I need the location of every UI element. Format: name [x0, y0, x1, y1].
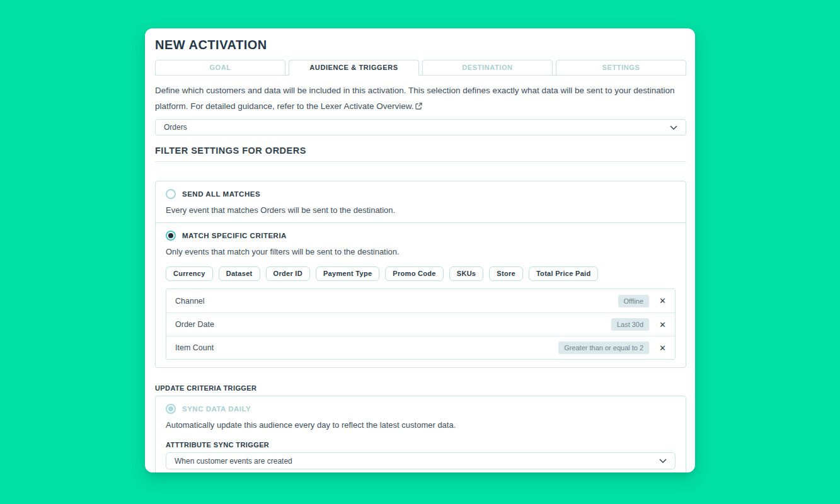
send-all-matches-description: Every event that matches Orders will be …: [166, 205, 676, 215]
send-all-matches-radio-row: SEND ALL MATCHES: [166, 189, 676, 199]
dataset-select[interactable]: Orders: [155, 119, 686, 135]
update-criteria-trigger-box: SYNC DATA DAILY Automatically update thi…: [155, 396, 686, 472]
filter-row-name: Order Date: [175, 320, 611, 329]
page-background: NEW ACTIVATION GOAL AUDIENCE & TRIGGERS …: [0, 0, 840, 504]
available-filter-chips: Currency Dataset Order ID Payment Type P…: [166, 266, 676, 281]
filter-chip-payment-type[interactable]: Payment Type: [316, 266, 379, 281]
filter-chip-total-price-paid[interactable]: Total Price Paid: [529, 266, 599, 281]
activate-overview-link[interactable]: Lexer Activate Overview.: [321, 101, 414, 111]
filter-value-badge: Greater than or equal to 2: [558, 341, 649, 354]
remove-filter-button[interactable]: ✕: [659, 297, 666, 305]
tab-destination[interactable]: DESTINATION: [422, 60, 553, 76]
match-specific-criteria-radio-row: MATCH SPECIFIC CRITERIA: [166, 231, 676, 241]
new-activation-card: NEW ACTIVATION GOAL AUDIENCE & TRIGGERS …: [145, 28, 695, 472]
attribute-sync-trigger-select[interactable]: When customer events are created: [166, 452, 676, 469]
tab-settings[interactable]: SETTINGS: [556, 60, 686, 76]
match-specific-criteria-label: MATCH SPECIFIC CRITERIA: [182, 232, 287, 239]
filter-mode-box: SEND ALL MATCHES Every event that matche…: [155, 181, 686, 368]
chevron-down-icon: [659, 459, 667, 463]
sync-data-daily-radio-row: SYNC DATA DAILY: [166, 404, 676, 414]
filter-chip-store[interactable]: Store: [489, 266, 523, 281]
sync-data-daily-label: SYNC DATA DAILY: [182, 405, 251, 413]
send-all-matches-label: SEND ALL MATCHES: [182, 190, 260, 198]
match-specific-criteria-radio[interactable]: [166, 231, 176, 241]
filter-value-badge: Offline: [618, 295, 650, 307]
filter-settings-heading: FILTER SETTINGS FOR ORDERS: [155, 146, 686, 156]
filter-chip-order-id[interactable]: Order ID: [266, 266, 310, 281]
page-title: NEW ACTIVATION: [155, 38, 686, 52]
tab-audience-triggers[interactable]: AUDIENCE & TRIGGERS: [289, 60, 419, 76]
remove-filter-button[interactable]: ✕: [659, 321, 666, 329]
filter-chip-currency[interactable]: Currency: [166, 266, 213, 281]
dataset-select-value: Orders: [164, 123, 187, 132]
filter-value-badge: Last 30d: [611, 318, 649, 331]
chevron-down-icon: [670, 125, 677, 130]
filter-row-order-date[interactable]: Order Date Last 30d ✕: [166, 312, 675, 336]
sync-data-daily-radio: [166, 404, 176, 414]
remove-filter-button[interactable]: ✕: [659, 344, 666, 352]
filter-chip-promo-code[interactable]: Promo Code: [385, 266, 443, 281]
section-divider: [155, 161, 686, 162]
intro-text: Define which customers and data will be …: [155, 83, 686, 114]
match-specific-criteria-option: MATCH SPECIFIC CRITERIA Only events that…: [156, 222, 686, 367]
filter-row-item-count[interactable]: Item Count Greater than or equal to 2 ✕: [166, 336, 675, 359]
send-all-matches-option: SEND ALL MATCHES Every event that matche…: [156, 181, 686, 222]
tab-goal[interactable]: GOAL: [155, 60, 285, 76]
match-specific-criteria-description: Only events that match your filters will…: [166, 247, 676, 256]
attribute-sync-trigger-value: When customer events are created: [175, 457, 292, 466]
attribute-sync-trigger-heading: ATTTRIBUTE SYNC TRIGGER: [166, 441, 676, 449]
active-filter-list: Channel Offline ✕ Order Date Last 30d ✕ …: [166, 289, 676, 360]
filter-row-name: Channel: [175, 297, 618, 306]
tab-bar: GOAL AUDIENCE & TRIGGERS DESTINATION SET…: [155, 60, 686, 76]
update-criteria-trigger-heading: UPDATE CRITERIA TRIGGER: [155, 384, 686, 392]
filter-chip-skus[interactable]: SKUs: [449, 266, 484, 281]
filter-chip-dataset[interactable]: Dataset: [219, 266, 260, 281]
sync-data-daily-description: Automatically update this audience every…: [166, 420, 676, 430]
intro-text-body: Define which customers and data will be …: [155, 86, 674, 111]
send-all-matches-radio[interactable]: [166, 189, 176, 199]
filter-row-channel[interactable]: Channel Offline ✕: [166, 289, 675, 312]
filter-row-name: Item Count: [175, 343, 558, 352]
external-link-icon: [415, 103, 422, 110]
